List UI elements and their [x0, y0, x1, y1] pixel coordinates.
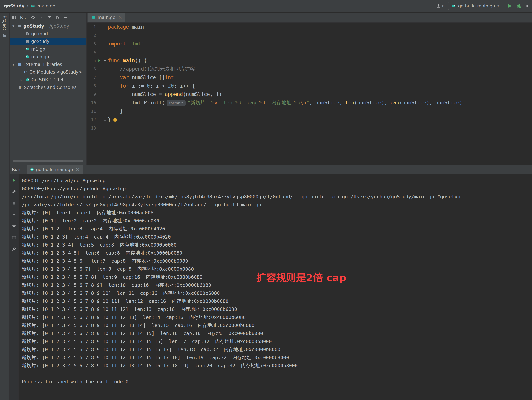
stop-button[interactable]	[10, 200, 18, 206]
console-line: 新切片: [0 1 2 3 4 5 6 7 8 9 10 11 12 13 14…	[22, 346, 532, 354]
close-tab-icon[interactable]: ×	[76, 167, 80, 172]
tree-item-gostudy[interactable]: goStudy	[10, 38, 86, 45]
go-file-icon	[451, 4, 456, 8]
console-line: 新切片: [0 1 2 3 4 5 6 7 8 9 10 11 12 13 14…	[22, 362, 532, 370]
breadcrumb-project[interactable]: goStudy	[4, 3, 25, 8]
run-config-label: go build main.go	[458, 3, 495, 8]
go-icon	[25, 78, 30, 82]
code-line[interactable]: 12}	[87, 115, 532, 124]
breadcrumb-file[interactable]: main.go	[37, 3, 55, 8]
fold-close-icon[interactable]	[102, 119, 108, 121]
tree-item-hint: ~/goStudy	[46, 24, 69, 29]
line-number: 1	[87, 25, 96, 29]
line-number: 5	[87, 58, 96, 63]
lib-icon	[23, 70, 28, 74]
code-line[interactable]: 4	[87, 48, 532, 56]
tree-item-main.go[interactable]: main.go	[10, 53, 86, 61]
line-number: 12	[87, 117, 96, 122]
code-line[interactable]: 8 for i := 0; i < 20; i++ {	[87, 81, 532, 90]
chevron-down-icon[interactable]: ▾	[11, 62, 16, 67]
go-icon	[25, 47, 30, 51]
modify-run-config-button[interactable]	[10, 189, 18, 195]
tree-item-scratches-and-consoles[interactable]: Scratches and Consoles	[10, 83, 86, 91]
tab-go-build-main-go[interactable]: go build main.go ×	[27, 165, 82, 174]
debug-button[interactable]	[517, 3, 522, 8]
line-number: 4	[87, 50, 96, 55]
breadcrumb-chevron-icon: ›	[27, 3, 29, 9]
tree-item-label: External Libraries	[23, 62, 62, 67]
tree-item-gostudy[interactable]: ▾goStudy ~/goStudy	[10, 22, 86, 30]
hard-wrap-guide	[469, 23, 470, 155]
console-line: 新切片: [0 1 2 3 4 5 6 7 8 9 10 11 12 13 14…	[22, 338, 532, 346]
tree-item-label: m1.go	[31, 47, 45, 51]
console-line: 新切片: [0 1 2 3 4 5 6 7 8 9 10 11 12 13 14…	[22, 321, 532, 330]
code-line[interactable]: 5func main() {	[87, 56, 532, 65]
pin-tab-button[interactable]	[10, 246, 18, 252]
tree-item-go.mod[interactable]: go.mod	[10, 30, 86, 38]
tree-item-m1.go[interactable]: m1.go	[10, 45, 86, 53]
code-line[interactable]: 1package main	[87, 23, 532, 31]
fold-open-icon[interactable]	[102, 84, 108, 87]
gutter-separator	[108, 23, 108, 155]
go-file-icon	[91, 15, 96, 19]
locate-file-button[interactable]	[31, 15, 35, 19]
collapse-all-button[interactable]	[47, 15, 51, 19]
code-line[interactable]: 11 }	[87, 107, 532, 115]
clear-console-button[interactable]	[10, 223, 18, 229]
rerun-button[interactable]	[10, 177, 18, 183]
code-line[interactable]: 3import "fmt"	[87, 39, 532, 48]
code-line[interactable]: 13	[87, 124, 532, 132]
close-tab-icon[interactable]: ×	[118, 15, 122, 20]
tree-item-go-sdk-1.19.4[interactable]: ▸Go SDK 1.19.4	[10, 76, 86, 83]
code-text: numSlice = append(numSlice, i)	[108, 90, 222, 99]
code-line[interactable]: 2	[87, 31, 532, 39]
split-console-button[interactable]	[10, 235, 18, 241]
intention-bulb-icon[interactable]	[113, 118, 117, 122]
more-tools-button[interactable]	[526, 3, 529, 8]
run-config-select[interactable]: go build main.go ▾	[448, 2, 502, 10]
tree-item-label: main.go	[31, 54, 49, 59]
run-line-icon[interactable]	[96, 59, 102, 62]
console-line: /private/var/folders/mk/_ps8yjb14c98pr4z…	[22, 201, 532, 209]
code-text: var numSlice []int	[108, 73, 174, 81]
code-area[interactable]: 1package main23import "fmt"45func main()…	[87, 23, 532, 165]
code-line[interactable]: 7 var numSlice []int	[87, 73, 532, 81]
console-line: GOPATH=/Users/yuchao/goCode #gosetup	[22, 185, 532, 193]
fold-close-icon[interactable]	[102, 110, 108, 112]
tree-item-external-libraries[interactable]: ▾External Libraries	[10, 61, 86, 68]
run-tab-label: go build main.go	[36, 167, 73, 172]
tree-item-go-modules-gostudy-[interactable]: Go Modules <goStudy>	[10, 68, 86, 76]
editor-tabbar: main.go ×	[87, 13, 532, 23]
expand-all-button[interactable]	[39, 15, 43, 19]
run-button[interactable]	[507, 3, 512, 8]
line-number: 10	[87, 100, 96, 105]
tab-main-go[interactable]: main.go ×	[88, 13, 125, 22]
chevron-down-icon: ▾	[442, 4, 444, 8]
editor: main.go × 1package main23import "fmt"45f…	[87, 13, 532, 165]
code-lines: 1package main23import "fmt"45func main()…	[87, 23, 532, 132]
chevron-down-icon[interactable]: ▾	[11, 24, 16, 28]
folder-stripe-icon[interactable]	[2, 33, 7, 38]
console-line	[22, 370, 532, 378]
project-panel-title[interactable]: P...	[20, 15, 26, 20]
project-stripe-button[interactable]: Project	[2, 16, 7, 30]
code-text: package main	[108, 23, 144, 31]
folder-icon	[18, 24, 22, 28]
tool-window-stripe: Project	[0, 13, 10, 400]
user-account-button[interactable]: ▾	[436, 3, 444, 8]
code-line[interactable]: 10 fmt.Printf(format:"新切片: %v len:%d cap…	[87, 99, 532, 107]
fold-open-icon[interactable]	[102, 59, 108, 62]
project-hscrollbar[interactable]	[13, 160, 83, 162]
code-line[interactable]: 6 //append()添加元素和切片扩容	[87, 65, 532, 73]
go-file-icon	[31, 4, 35, 8]
topbar: goStudy › main.go ▾ go build main.go ▾	[0, 0, 532, 12]
scroll-to-end-button[interactable]	[10, 212, 18, 218]
code-line[interactable]: 9 numSlice = append(numSlice, i)	[87, 90, 532, 99]
lib-icon	[18, 62, 22, 67]
settings-gear-button[interactable]	[55, 15, 59, 19]
chevron-right-icon[interactable]: ▸	[19, 78, 24, 82]
tree-item-label: Go Modules <goStudy>	[29, 69, 82, 75]
hide-panel-button[interactable]	[63, 15, 67, 19]
editor-bottom-divider	[87, 155, 532, 155]
go-icon	[25, 55, 30, 59]
